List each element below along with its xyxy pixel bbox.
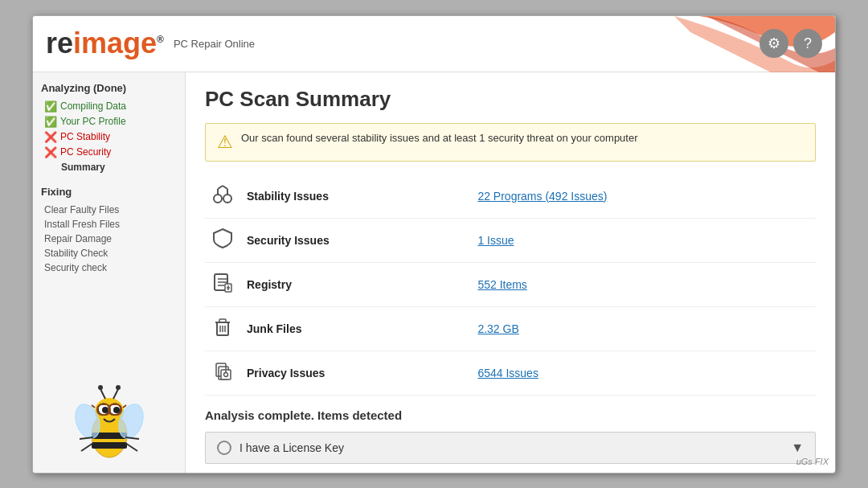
analysis-complete: Analysis complete. Items detected	[205, 408, 816, 422]
license-radio[interactable]	[217, 441, 231, 455]
security-value[interactable]: 1 Issue	[477, 234, 514, 247]
sidebar-label-profile: Your PC Profile	[60, 116, 126, 127]
privacy-name: Privacy Issues	[240, 351, 471, 395]
bee-mascot	[65, 375, 154, 463]
svg-point-17	[116, 385, 121, 390]
help-button[interactable]: ?	[793, 29, 822, 58]
analyzing-title: Analyzing (Done)	[41, 82, 177, 94]
sidebar-label-security: PC Security	[60, 146, 111, 158]
sidebar-item-security-check[interactable]: Security check	[41, 260, 177, 275]
sidebar-item-install-fresh[interactable]: Install Fresh Files	[41, 217, 177, 232]
logo-re: re	[46, 27, 73, 59]
registry-icon-cell	[205, 262, 240, 306]
logo: reimage® PC Repair Online	[46, 27, 255, 60]
svg-line-29	[223, 186, 227, 189]
logo-text: reimage®	[46, 27, 164, 60]
fixing-title: Fixing	[41, 186, 177, 198]
logo-subtitle: PC Repair Online	[174, 38, 255, 50]
registry-value[interactable]: 552 Items	[477, 278, 526, 291]
issues-table: Stability Issues 22 Programs (492 Issues…	[205, 174, 816, 396]
sidebar-label-clear-faulty: Clear Faulty Files	[44, 204, 119, 215]
table-row: Stability Issues 22 Programs (492 Issues…	[205, 174, 816, 219]
table-row: Registry 552 Items	[205, 262, 816, 306]
svg-point-24	[214, 195, 222, 203]
sidebar-label-install-fresh: Install Fresh Files	[44, 219, 120, 230]
logo-image: image	[73, 27, 157, 59]
sidebar-label-stability-check: Stability Check	[44, 248, 108, 259]
sidebar-item-clear-faulty[interactable]: Clear Faulty Files	[41, 203, 177, 217]
table-row: Security Issues 1 Issue	[205, 218, 816, 262]
settings-icon: ⚙	[768, 35, 780, 52]
main-window: reimage® PC Repair Online ⚙ ? Analyzing …	[32, 15, 836, 474]
sidebar-item-security[interactable]: ❌ PC Security	[41, 145, 177, 160]
svg-point-8	[113, 407, 120, 413]
svg-line-14	[100, 389, 105, 399]
sidebar-label-stability: PC Stability	[60, 131, 110, 142]
table-row: Junk Files 2.32 GB	[205, 306, 816, 351]
x-icon-security: ❌	[44, 146, 57, 158]
svg-point-7	[102, 407, 108, 413]
junk-icon	[211, 315, 234, 338]
junk-value[interactable]: 2.32 GB	[477, 322, 518, 335]
security-name: Security Issues	[240, 218, 471, 262]
svg-point-15	[98, 385, 103, 390]
sidebar-item-repair-damage[interactable]: Repair Damage	[41, 232, 177, 246]
privacy-icon-cell	[205, 351, 240, 395]
x-icon-stability: ❌	[44, 131, 57, 143]
table-row: Privacy Issues 6544 Issues	[205, 351, 816, 395]
sidebar-item-profile[interactable]: ✅ Your PC Profile	[41, 114, 177, 129]
privacy-value[interactable]: 6544 Issues	[477, 367, 538, 379]
registry-name: Registry	[240, 262, 471, 306]
header-icons: ⚙ ?	[760, 29, 822, 58]
sidebar-label-compiling: Compiling Data	[60, 100, 126, 112]
main-content: Analyzing (Done) ✅ Compiling Data ✅ Your…	[33, 72, 835, 473]
sidebar: Analyzing (Done) ✅ Compiling Data ✅ Your…	[33, 72, 186, 473]
settings-button[interactable]: ⚙	[760, 29, 788, 58]
sidebar-item-stability-check[interactable]: Stability Check	[41, 246, 177, 260]
stability-icon	[211, 182, 234, 205]
registry-icon	[211, 271, 234, 293]
stability-icon-cell	[205, 174, 240, 219]
sidebar-label-security-check: Security check	[44, 262, 107, 273]
svg-line-16	[113, 389, 118, 399]
svg-line-12	[92, 405, 95, 408]
svg-line-20	[81, 443, 93, 451]
content-area: PC Scan Summary ⚠ Our scan found several…	[186, 72, 835, 473]
security-icon-cell	[205, 218, 240, 262]
license-label: I have a License Key	[240, 441, 783, 454]
header: reimage® PC Repair Online ⚙ ?	[33, 16, 835, 72]
sidebar-item-summary[interactable]: Summary	[41, 160, 177, 174]
check-icon-compiling: ✅	[44, 100, 57, 113]
sidebar-item-stability[interactable]: ❌ PC Stability	[41, 129, 177, 145]
junk-name: Junk Files	[240, 306, 471, 351]
sidebar-label-summary: Summary	[61, 162, 105, 173]
alert-text: Our scan found several stability issues …	[241, 132, 638, 144]
junk-icon-cell	[205, 306, 240, 351]
privacy-icon	[211, 359, 234, 382]
svg-rect-3	[92, 442, 127, 449]
watermark: uGs FIX	[796, 457, 829, 466]
stability-name: Stability Issues	[240, 174, 471, 219]
logo-reg: ®	[157, 34, 164, 45]
chevron-down-icon: ▼	[791, 441, 804, 455]
sidebar-bottom	[41, 275, 177, 463]
svg-point-25	[223, 195, 231, 203]
stability-value[interactable]: 22 Programs (492 Issues)	[477, 190, 607, 203]
alert-icon: ⚠	[217, 132, 233, 153]
help-icon: ?	[804, 35, 812, 52]
svg-rect-39	[219, 319, 226, 322]
sidebar-label-repair-damage: Repair Damage	[44, 233, 112, 244]
license-row[interactable]: I have a License Key ▼	[205, 432, 816, 464]
svg-line-22	[125, 443, 137, 451]
svg-line-28	[218, 186, 223, 189]
check-icon-profile: ✅	[44, 116, 57, 128]
alert-box: ⚠ Our scan found several stability issue…	[205, 123, 816, 162]
security-icon	[211, 227, 234, 249]
sidebar-item-compiling[interactable]: ✅ Compiling Data	[41, 99, 177, 114]
svg-line-13	[123, 405, 126, 408]
page-title: PC Scan Summary	[205, 87, 816, 112]
